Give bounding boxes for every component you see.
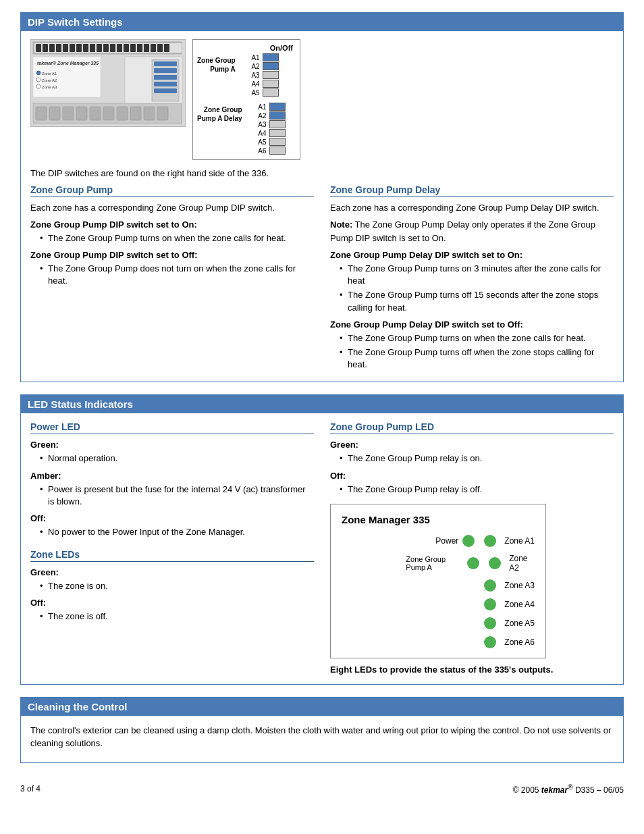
power-amber-list: Power is present but the fuse for the in…	[30, 484, 314, 508]
svg-rect-8	[70, 44, 75, 52]
svg-rect-9	[76, 44, 82, 52]
svg-rect-20	[151, 44, 156, 52]
zgp-led-off-item: The Zone Group Pump relay is off.	[340, 484, 614, 496]
zgpd-off-item-1: The Zone Group Pump turns on when the zo…	[340, 332, 614, 344]
zone-group-pump-col: Zone Group Pump Each zone has a correspo…	[30, 184, 314, 374]
dip-intro-text: The DIP switches are found on the right …	[30, 167, 614, 180]
svg-rect-34	[154, 68, 177, 73]
zgp-led-green-item: The Zone Group Pump relay is on.	[340, 452, 614, 465]
zgpd-off-list: The Zone Group Pump turns on when the zo…	[330, 332, 614, 371]
power-green-item: Normal operation.	[40, 452, 314, 465]
svg-rect-43	[90, 107, 101, 120]
svg-rect-39	[36, 107, 47, 120]
svg-rect-42	[76, 107, 87, 120]
svg-rect-17	[130, 44, 136, 52]
zone-leds-green-heading: Green:	[30, 567, 314, 577]
zgp-led-off-list: The Zone Group Pump relay is off.	[330, 484, 614, 496]
dip-table: On/Off Zone GroupPump A A1 A2 A3 A4 A5 Z…	[192, 39, 300, 160]
cleaning-text: The control's exterior can be cleaned us…	[30, 724, 614, 750]
svg-rect-41	[63, 107, 74, 120]
zm-power-label: Power	[435, 536, 458, 546]
svg-rect-5	[49, 44, 55, 52]
svg-text:Zone A1: Zone A1	[42, 72, 57, 76]
zgpd-heading: Zone Group Pump Delay	[330, 184, 614, 197]
svg-rect-36	[154, 82, 177, 86]
device-image: tekmar® Zone Manager 335 Zone A1 Zone A2…	[30, 39, 186, 127]
zm-power-led	[462, 535, 475, 547]
power-off-heading: Off:	[30, 513, 314, 523]
svg-rect-44	[103, 107, 114, 120]
footer: 3 of 4 © 2005 tekmar® D335 – 06/05	[20, 777, 624, 795]
power-green-list: Normal operation.	[30, 452, 314, 465]
svg-rect-33	[154, 61, 177, 66]
svg-rect-12	[97, 44, 102, 52]
zone-leds-off-heading: Off:	[30, 598, 314, 608]
led-right-col: Zone Group Pump LED Green: The Zone Grou…	[330, 421, 614, 676]
zm-zone-a5-led	[484, 617, 496, 629]
zm-title: Zone Manager 335	[342, 514, 535, 525]
svg-rect-10	[83, 44, 88, 52]
zgpd-intro: Each zone has a corresponding Zone Group…	[330, 201, 614, 215]
dip-section-header: DIP Switch Settings	[21, 13, 623, 31]
zm-zone-a6-led	[484, 636, 496, 648]
zone-leds-off-list: The zone is off.	[30, 610, 314, 623]
zm-zone-a1-label: Zone A1	[504, 536, 535, 546]
svg-rect-7	[63, 44, 68, 52]
footer-doc: D335 – 06/05	[575, 785, 624, 795]
led-left-col: Power LED Green: Normal operation. Amber…	[30, 421, 314, 676]
svg-rect-35	[154, 75, 177, 80]
svg-rect-48	[157, 107, 168, 120]
svg-rect-13	[103, 44, 109, 52]
zone-leds-green-list: The zone is on.	[30, 580, 314, 592]
zgp-led-off-heading: Off:	[330, 471, 614, 481]
cleaning-section: Cleaning the Control The control's exter…	[20, 697, 624, 763]
zgp-led-heading: Zone Group Pump LED	[330, 421, 614, 434]
dip-section: DIP Switch Settings	[20, 12, 624, 382]
power-off-item: No power to the Power Input of the Zone …	[40, 526, 314, 538]
svg-rect-3	[36, 44, 41, 52]
zgpd-on-list: The Zone Group Pump turns on 3 minutes a…	[330, 263, 614, 314]
dip-two-col: Zone Group Pump Each zone has a correspo…	[30, 184, 614, 374]
zgp-off-list: The Zone Group Pump does not turn on whe…	[30, 263, 314, 287]
zone-group-pump-delay-col: Zone Group Pump Delay Each zone has a co…	[330, 184, 614, 374]
svg-rect-46	[130, 107, 141, 120]
zm-zone-a1-led	[484, 535, 496, 547]
svg-rect-40	[49, 107, 60, 120]
svg-rect-22	[164, 44, 169, 52]
svg-rect-21	[157, 44, 163, 52]
zm-zone-a3-label: Zone A3	[504, 581, 535, 590]
power-off-list: No power to the Power Input of the Zone …	[30, 526, 314, 538]
svg-rect-15	[117, 44, 122, 52]
zm-zone-a5-label: Zone A5	[504, 619, 535, 628]
zgp-on-list: The Zone Group Pump turns on when the zo…	[30, 232, 314, 244]
zm-zone-a2-label: Zone A2	[509, 554, 535, 573]
svg-rect-6	[56, 44, 61, 52]
footer-brand: tekmar	[541, 785, 568, 795]
power-green-heading: Green:	[30, 440, 314, 450]
zm-zone-a3-led	[484, 579, 496, 592]
dip-onoff-header: On/Off	[197, 44, 296, 52]
footer-copyright: © 2005 tekmar® D335 – 06/05	[513, 783, 624, 795]
zgp-off-item-1: The Zone Group Pump does not turn on whe…	[40, 263, 314, 287]
svg-rect-47	[144, 107, 155, 120]
zgpd-on-item-2: The Zone Group Pump turns off 15 seconds…	[340, 289, 614, 313]
zgpd-off-item-2: The Zone Group Pump turns off when the z…	[340, 346, 614, 371]
svg-rect-37	[154, 88, 177, 93]
footer-page: 3 of 4	[20, 784, 41, 793]
svg-rect-14	[110, 44, 115, 52]
zgp-on-heading: Zone Group Pump DIP switch set to On:	[30, 219, 314, 230]
zgpd-note: Note: The Zone Group Pump Delay only ope…	[330, 218, 614, 244]
svg-rect-16	[124, 44, 129, 52]
zm-zone-a4-led	[484, 598, 496, 610]
svg-rect-11	[90, 44, 95, 52]
svg-rect-4	[43, 44, 48, 52]
power-amber-item: Power is present but the fuse for the in…	[40, 484, 314, 508]
zgpd-on-heading: Zone Group Pump Delay DIP switch set to …	[330, 250, 614, 260]
power-led-heading: Power LED	[30, 421, 314, 434]
svg-rect-45	[117, 107, 128, 120]
svg-text:Zone A3: Zone A3	[42, 85, 57, 89]
svg-rect-18	[137, 44, 142, 52]
zm-zone-a2-led	[489, 557, 501, 569]
zm-pump-label: Zone Group Pump A	[406, 555, 463, 571]
led-caption: Eight LEDs to provide the status of the …	[330, 664, 614, 676]
